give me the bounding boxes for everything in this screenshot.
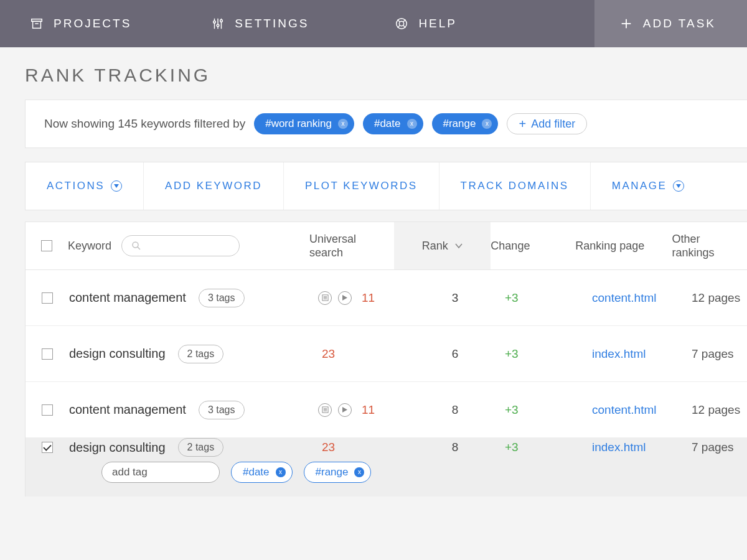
row-checkbox[interactable]: [42, 442, 53, 453]
remove-icon[interactable]: x: [338, 119, 348, 129]
rank-value: 6: [452, 347, 459, 360]
play-icon: [338, 291, 352, 305]
add-keyword-label: ADD KEYWORD: [165, 180, 262, 192]
remove-icon[interactable]: x: [276, 467, 286, 477]
add-tag-input[interactable]: add tag: [101, 462, 220, 483]
plot-keywords-label: PLOT KEYWORDS: [305, 180, 418, 192]
filter-lead-text: Now showing 145 keywords filtered by: [44, 117, 245, 131]
row-checkbox[interactable]: [42, 404, 53, 416]
keyword-text: design consulting: [69, 347, 166, 361]
nav-projects[interactable]: PROJECTS: [0, 0, 149, 47]
svg-rect-1: [33, 21, 41, 28]
plot-keywords-button[interactable]: PLOT KEYWORDS: [284, 162, 439, 210]
nav-projects-label: PROJECTS: [54, 17, 131, 30]
universal-count: 11: [362, 291, 375, 305]
nav-help-label: HELP: [418, 17, 457, 30]
ranking-page-link[interactable]: content.html: [592, 291, 657, 304]
select-all-checkbox[interactable]: [41, 240, 52, 251]
filter-bar: Now showing 145 keywords filtered by #wo…: [25, 100, 747, 148]
change-value: +3: [505, 441, 519, 454]
table-row[interactable]: design consulting2 tags236+3index.html7 …: [26, 326, 747, 382]
tag-count-pill[interactable]: 2 tags: [178, 345, 224, 363]
manage-label: MANAGE: [612, 180, 667, 192]
table-row[interactable]: content management3 tags118+3content.htm…: [26, 382, 747, 438]
other-rankings-value: 7 pages: [692, 347, 734, 360]
svg-marker-18: [676, 184, 681, 188]
keyword-text: design consulting: [69, 441, 166, 455]
other-rankings-value: 12 pages: [692, 291, 740, 304]
svg-line-13: [398, 26, 400, 28]
ranking-page-link[interactable]: index.html: [592, 441, 646, 454]
add-keyword-button[interactable]: ADD KEYWORD: [144, 162, 284, 210]
col-rank-sort[interactable]: Rank: [394, 222, 491, 269]
row-tag-chip[interactable]: #rangex: [304, 462, 372, 483]
table-row[interactable]: design consulting2 tags238+3index.html7 …: [26, 438, 747, 497]
top-nav: PROJECTS SETTINGS HELP ADD TASK: [0, 0, 747, 47]
filter-chip-label: #date: [374, 118, 401, 130]
remove-icon[interactable]: x: [354, 467, 364, 477]
col-keyword-label: Keyword: [68, 240, 111, 253]
archive-icon: [30, 17, 44, 30]
plus-icon: [619, 17, 633, 30]
keyword-search-input[interactable]: [121, 235, 240, 256]
plus-icon: +: [519, 118, 526, 130]
lifebuoy-icon: [395, 17, 408, 30]
tag-count-pill[interactable]: 3 tags: [199, 401, 245, 419]
filter-chip[interactable]: #date x: [363, 113, 423, 134]
row-tag-chip-label: #date: [243, 466, 270, 478]
search-icon: [131, 240, 142, 251]
svg-marker-30: [342, 407, 347, 413]
filter-chip[interactable]: #word ranking x: [254, 113, 354, 134]
svg-line-11: [398, 20, 400, 22]
nav-settings[interactable]: SETTINGS: [149, 0, 326, 47]
ranking-page-link[interactable]: index.html: [592, 347, 646, 360]
chevron-down-icon: [111, 180, 122, 192]
news-icon: [318, 403, 332, 417]
universal-count: 11: [362, 403, 375, 417]
remove-icon[interactable]: x: [482, 119, 492, 129]
row-checkbox[interactable]: [42, 348, 53, 360]
track-domains-button[interactable]: TRACK DOMAINS: [439, 162, 591, 210]
keyword-text: content management: [69, 291, 186, 305]
tag-count-pill[interactable]: 3 tags: [199, 289, 245, 307]
col-other-label: Other rankings: [672, 232, 747, 260]
chevron-down-icon: [673, 180, 684, 192]
change-value: +3: [505, 291, 519, 304]
svg-line-20: [138, 247, 140, 250]
table-row[interactable]: content management3 tags113+3content.htm…: [26, 270, 747, 326]
play-icon: [338, 403, 352, 417]
add-filter-button[interactable]: + Add filter: [507, 113, 587, 134]
svg-line-14: [403, 26, 406, 28]
svg-point-4: [214, 21, 216, 23]
row-tag-chip-label: #range: [316, 466, 349, 478]
filter-chip-label: #word ranking: [265, 118, 332, 130]
action-toolbar: ACTIONS ADD KEYWORD PLOT KEYWORDS TRACK …: [25, 162, 747, 210]
nav-help[interactable]: HELP: [326, 0, 474, 47]
universal-count: 23: [322, 441, 335, 454]
svg-point-6: [217, 24, 220, 27]
nav-add-task[interactable]: ADD TASK: [594, 0, 747, 47]
svg-point-10: [400, 21, 404, 26]
chevron-down-icon: [454, 243, 463, 249]
col-universal-label: Universal search: [309, 232, 394, 260]
filter-chip[interactable]: #range x: [432, 113, 499, 134]
svg-line-12: [403, 20, 406, 22]
remove-icon[interactable]: x: [407, 119, 417, 129]
tag-count-pill[interactable]: 2 tags: [178, 438, 224, 457]
manage-menu[interactable]: MANAGE: [591, 162, 706, 210]
row-tag-chip[interactable]: #datex: [231, 462, 293, 483]
keyword-text: content management: [69, 403, 186, 417]
rank-value: 8: [452, 403, 459, 416]
svg-point-8: [220, 20, 223, 22]
track-domains-label: TRACK DOMAINS: [461, 180, 569, 192]
actions-menu[interactable]: ACTIONS: [26, 162, 144, 210]
add-filter-label: Add filter: [531, 118, 575, 131]
keyword-table: Keyword Universal search Rank Change Ran…: [25, 222, 747, 497]
change-value: +3: [505, 403, 519, 416]
col-rank-label: Rank: [422, 240, 448, 253]
ranking-page-link[interactable]: content.html: [592, 403, 657, 416]
row-checkbox[interactable]: [42, 292, 53, 304]
actions-label: ACTIONS: [47, 180, 105, 192]
col-change-label: Change: [491, 240, 575, 253]
nav-settings-label: SETTINGS: [235, 17, 309, 30]
